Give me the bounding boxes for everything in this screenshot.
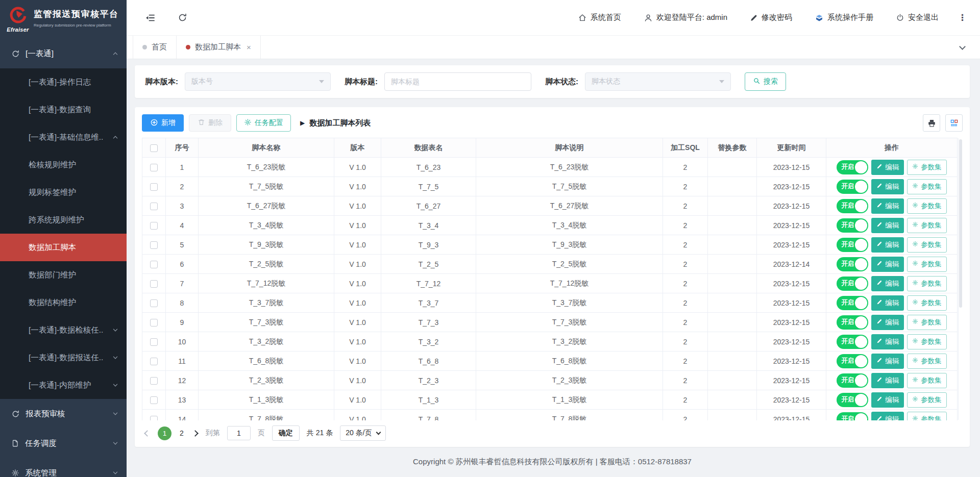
confirm-page-button[interactable]: 确定: [272, 425, 300, 441]
nav-system-home[interactable]: 系统首页: [578, 13, 621, 22]
row-checkbox[interactable]: [150, 222, 158, 230]
row-enable-toggle[interactable]: 开启: [837, 277, 868, 291]
row-enable-toggle[interactable]: 开启: [837, 238, 868, 252]
sidebar-item[interactable]: [一表通]-内部维护: [0, 371, 127, 399]
sidebar-item[interactable]: 任务调度: [0, 429, 127, 458]
sidebar-item[interactable]: 跨系统规则维护: [0, 206, 127, 234]
row-edit-button[interactable]: 编辑: [871, 198, 904, 214]
row-params-button[interactable]: 参数集: [907, 295, 947, 311]
refresh-icon[interactable]: [178, 13, 187, 22]
version-select[interactable]: 版本号: [185, 72, 331, 91]
prev-page-icon[interactable]: [144, 430, 151, 437]
row-params-button[interactable]: 参数集: [907, 354, 947, 369]
row-params-button[interactable]: 参数集: [907, 315, 947, 330]
delete-button[interactable]: 删除: [189, 114, 231, 132]
row-enable-toggle[interactable]: 开启: [837, 373, 868, 388]
row-edit-button[interactable]: 编辑: [871, 412, 904, 421]
add-button[interactable]: 新增: [142, 114, 184, 132]
status-select[interactable]: 脚本状态: [585, 72, 731, 91]
row-checkbox[interactable]: [150, 338, 158, 346]
sidebar-item[interactable]: 系统管理: [0, 458, 127, 477]
sidebar-item[interactable]: 报表预审核: [0, 399, 127, 429]
column-settings-icon[interactable]: [945, 114, 963, 132]
next-page-icon[interactable]: [192, 430, 199, 437]
row-checkbox[interactable]: [150, 396, 158, 404]
row-checkbox[interactable]: [150, 164, 158, 171]
row-enable-toggle[interactable]: 开启: [837, 180, 868, 194]
row-checkbox[interactable]: [150, 203, 158, 210]
row-edit-button[interactable]: 编辑: [871, 237, 904, 253]
row-edit-button[interactable]: 编辑: [871, 160, 904, 175]
row-enable-toggle[interactable]: 开启: [837, 218, 868, 233]
row-params-button[interactable]: 参数集: [907, 198, 947, 214]
close-tab-icon[interactable]: ×: [247, 43, 251, 52]
row-enable-toggle[interactable]: 开启: [837, 393, 868, 407]
tab-list-chevron-down-icon[interactable]: [958, 44, 967, 51]
sidebar-item[interactable]: 数据加工脚本: [0, 234, 127, 261]
tab-home[interactable]: 首页: [133, 36, 177, 59]
more-vertical-icon[interactable]: ⋮: [958, 12, 967, 23]
row-enable-toggle[interactable]: 开启: [837, 296, 868, 310]
sidebar-item[interactable]: 规则标签维护: [0, 179, 127, 206]
row-params-button[interactable]: 参数集: [907, 237, 947, 253]
nav-welcome-user[interactable]: 欢迎登陆平台: admin: [644, 13, 727, 22]
row-checkbox[interactable]: [150, 377, 158, 385]
row-enable-toggle[interactable]: 开启: [837, 354, 868, 368]
sidebar-item[interactable]: [一表通]-操作日志: [0, 68, 127, 96]
print-icon[interactable]: [923, 114, 940, 132]
row-edit-button[interactable]: 编辑: [871, 373, 904, 388]
scrollbar-thumb[interactable]: [959, 139, 962, 308]
row-checkbox[interactable]: [150, 416, 158, 420]
row-params-button[interactable]: 参数集: [907, 218, 947, 233]
row-params-button[interactable]: 参数集: [907, 160, 947, 175]
row-edit-button[interactable]: 编辑: [871, 334, 904, 349]
row-params-button[interactable]: 参数集: [907, 412, 947, 421]
sidebar-item[interactable]: [一表通]-数据检核任..: [0, 316, 127, 344]
sidebar-item[interactable]: [一表通]-数据查询: [0, 96, 127, 123]
nav-logout[interactable]: 安全退出: [896, 13, 939, 22]
sidebar-item[interactable]: 数据结构维护: [0, 289, 127, 316]
row-checkbox[interactable]: [150, 241, 158, 249]
row-enable-toggle[interactable]: 开启: [837, 315, 868, 330]
row-edit-button[interactable]: 编辑: [871, 257, 904, 272]
page-size-select[interactable]: 20 条/页: [340, 425, 385, 441]
tab-data-script[interactable]: 数据加工脚本 ×: [177, 36, 261, 59]
sidebar-item[interactable]: 数据部门维护: [0, 261, 127, 289]
row-params-button[interactable]: 参数集: [907, 334, 947, 349]
row-params-button[interactable]: 参数集: [907, 179, 947, 194]
table-scrollbar[interactable]: [958, 138, 963, 420]
row-checkbox[interactable]: [150, 280, 158, 288]
nav-manual[interactable]: 系统操作手册: [815, 13, 873, 22]
row-checkbox[interactable]: [150, 299, 158, 307]
sidebar-item[interactable]: [一表通]-数据报送任..: [0, 344, 127, 371]
row-edit-button[interactable]: 编辑: [871, 179, 904, 194]
sidebar-item[interactable]: [一表通]-基础信息维..: [0, 123, 127, 151]
nav-change-password[interactable]: 修改密码: [750, 13, 792, 22]
row-checkbox[interactable]: [150, 261, 158, 268]
row-checkbox[interactable]: [150, 358, 158, 365]
select-all-checkbox[interactable]: [150, 144, 158, 152]
row-edit-button[interactable]: 编辑: [871, 276, 904, 291]
script-title-input[interactable]: [384, 72, 531, 91]
row-params-button[interactable]: 参数集: [907, 392, 947, 408]
task-config-button[interactable]: 任务配置: [236, 114, 291, 132]
row-params-button[interactable]: 参数集: [907, 276, 947, 291]
row-checkbox[interactable]: [150, 319, 158, 327]
page-button-1[interactable]: 1: [158, 426, 172, 440]
search-button[interactable]: 搜索: [745, 72, 786, 91]
row-enable-toggle[interactable]: 开启: [837, 335, 868, 349]
row-enable-toggle[interactable]: 开启: [837, 160, 868, 174]
row-enable-toggle[interactable]: 开启: [837, 412, 868, 421]
sidebar-item[interactable]: [一表通]: [0, 39, 127, 68]
row-enable-toggle[interactable]: 开启: [837, 199, 868, 213]
page-button-2[interactable]: 2: [179, 429, 185, 437]
row-edit-button[interactable]: 编辑: [871, 354, 904, 369]
row-params-button[interactable]: 参数集: [907, 257, 947, 272]
goto-page-input[interactable]: [227, 426, 251, 440]
row-checkbox[interactable]: [150, 183, 158, 191]
row-params-button[interactable]: 参数集: [907, 373, 947, 388]
row-edit-button[interactable]: 编辑: [871, 295, 904, 311]
collapse-sidebar-icon[interactable]: [145, 13, 155, 23]
row-edit-button[interactable]: 编辑: [871, 392, 904, 408]
sidebar-item[interactable]: 检核规则维护: [0, 151, 127, 179]
